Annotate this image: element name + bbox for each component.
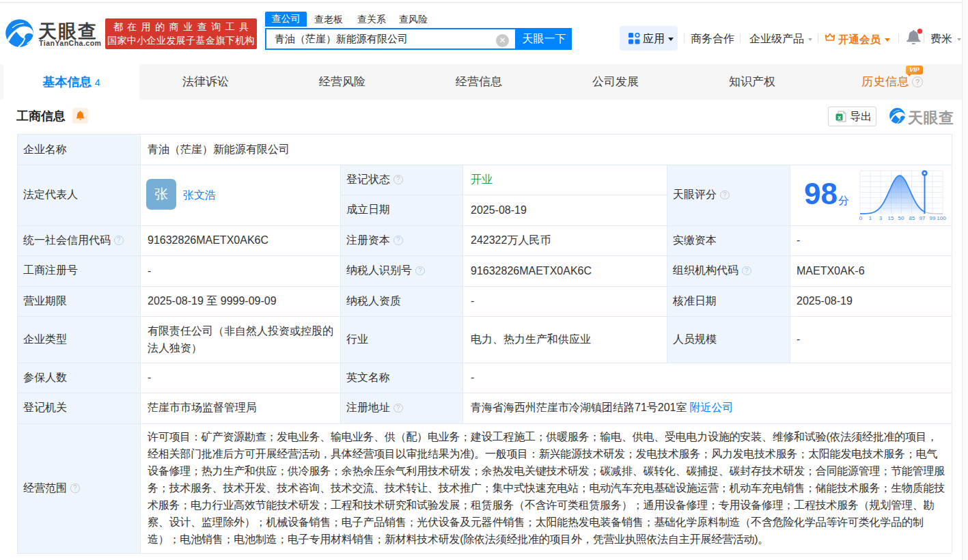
- svg-text:1: 1: [869, 215, 872, 221]
- svg-text:85: 85: [909, 215, 915, 221]
- svg-text:50: 50: [898, 215, 904, 221]
- svg-text:15: 15: [888, 215, 894, 221]
- svg-text:99: 99: [930, 215, 936, 221]
- svg-text:0: 0: [859, 215, 863, 221]
- svg-text:97: 97: [919, 215, 926, 221]
- svg-text:100: 100: [937, 215, 946, 221]
- svg-text:x: x: [838, 114, 841, 121]
- svg-text:3: 3: [879, 215, 883, 221]
